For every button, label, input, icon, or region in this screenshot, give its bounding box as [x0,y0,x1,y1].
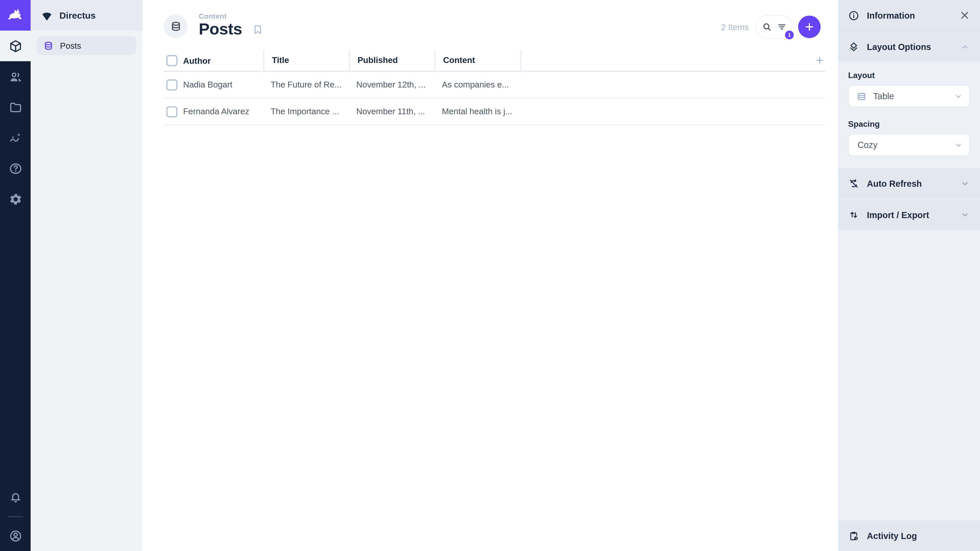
activity-log-label: Activity Log [867,530,970,540]
module-insights[interactable] [0,122,30,153]
database-icon [43,40,54,51]
chevron-up-icon [960,41,970,52]
module-bar-divider [7,516,23,517]
page-header: Content Posts 2 Items [142,0,838,48]
folder-icon [8,100,22,114]
column-header-published[interactable]: Published [349,50,434,71]
box-icon [8,39,22,53]
column-header-content[interactable]: Content [434,50,520,71]
insights-icon [8,131,22,144]
layout-options-panel: Layout Table Spacing Cozy [838,62,980,168]
project-header[interactable]: Directus [30,0,142,30]
nav-sidebar: Directus Posts [30,0,142,551]
clipboard-clock-icon [848,530,859,541]
cell-published: November 11th, ... [349,107,434,116]
section-label: Layout Options [867,41,953,52]
info-icon [848,10,859,21]
cell-published: November 12th, ... [349,80,434,89]
chevron-down-icon [954,140,963,150]
close-sidebar-button[interactable] [959,10,970,21]
column-header-spacer [520,50,809,71]
sidebar-item-label: Posts [60,41,81,50]
chevron-down-icon [954,92,963,101]
add-column-button[interactable] [809,55,825,66]
table-row[interactable]: Fernanda Alvarez The Importance ... Nove… [164,99,825,125]
section-label: Auto Refresh [867,178,953,188]
search-button[interactable] [762,22,772,32]
activity-log-button[interactable]: Activity Log [838,520,980,551]
module-settings[interactable] [0,184,30,214]
chevron-down-icon [960,210,970,220]
layout-field-label: Layout [848,71,970,80]
section-label: Import / Export [867,210,953,220]
module-bar-spacer [0,214,30,483]
section-auto-refresh[interactable]: Auto Refresh [838,168,980,199]
sidebar-title-row: Information [838,0,980,30]
sync-disabled-icon [848,178,859,189]
module-bar [0,0,30,551]
table-header-row: Author Title Published Content [164,50,825,72]
add-item-button[interactable] [798,16,821,38]
database-icon [170,21,182,32]
user-circle-icon [8,529,22,543]
layers-icon [848,41,859,52]
bookmark-icon [252,24,264,36]
column-header-author[interactable]: Author [183,55,263,66]
table-row[interactable]: Nadia Bogart The Future of Re... Novembe… [164,72,825,99]
bell-icon [8,491,22,505]
sidebar-title: Information [867,10,952,20]
cell-author: Nadia Bogart [183,80,263,89]
title-group: Content Posts [164,13,264,38]
filter-button[interactable] [776,22,787,32]
table-icon [856,91,867,102]
people-icon [8,70,22,83]
layout-select-value: Table [873,91,947,101]
chevron-down-icon [960,178,970,188]
plus-icon [815,55,825,66]
filter-count-badge: 1 [784,30,794,40]
row-checkbox[interactable] [166,79,177,90]
user-menu-button[interactable] [0,520,30,551]
row-checkbox[interactable] [166,106,177,117]
section-layout-options[interactable]: Layout Options [838,30,980,62]
cell-author: Fernanda Alvarez [183,107,263,116]
directus-app: Directus Posts [0,0,980,551]
project-name: Directus [59,10,96,20]
posts-table: Author Title Published Content Nadia Bog… [164,50,825,125]
notifications-button[interactable] [0,483,30,513]
main-content: Content Posts 2 Items [142,0,838,551]
select-all-checkbox[interactable] [166,55,177,66]
bookmark-button[interactable] [252,24,264,36]
directus-rabbit-icon [6,6,24,24]
collection-badge [164,14,188,38]
close-icon [959,10,970,21]
module-user-directory[interactable] [0,61,30,92]
spacing-field-label: Spacing [848,119,970,129]
column-header-title[interactable]: Title [263,50,349,71]
module-content[interactable] [0,30,30,61]
gear-icon [8,192,22,206]
info-sidebar: Information Layout Options [838,0,980,551]
directus-logo-button[interactable] [0,0,30,30]
plus-icon [803,21,815,32]
cell-content: Mental health is j... [434,107,520,116]
row-select-cell [164,79,183,90]
search-icon [762,22,772,32]
filter-icon [776,22,787,32]
cell-content: As companies e... [434,80,520,89]
module-help[interactable] [0,153,30,184]
spacing-select[interactable]: Cozy [848,134,970,156]
items-count: 2 Items [721,22,749,32]
header-actions: 2 Items [721,15,821,39]
search-filter-pill: 1 [756,15,792,39]
spacing-select-value: Cozy [856,140,948,150]
sidebar-item-posts[interactable]: Posts [37,36,136,55]
module-file-library[interactable] [0,92,30,122]
layout-select[interactable]: Table [848,85,970,107]
page-title: Posts [199,20,242,38]
section-import-export[interactable]: Import / Export [838,199,980,230]
cell-title: The Importance ... [263,107,349,116]
swap-vert-icon [848,209,859,220]
wedge-icon [41,9,53,22]
breadcrumb: Content [199,13,264,20]
